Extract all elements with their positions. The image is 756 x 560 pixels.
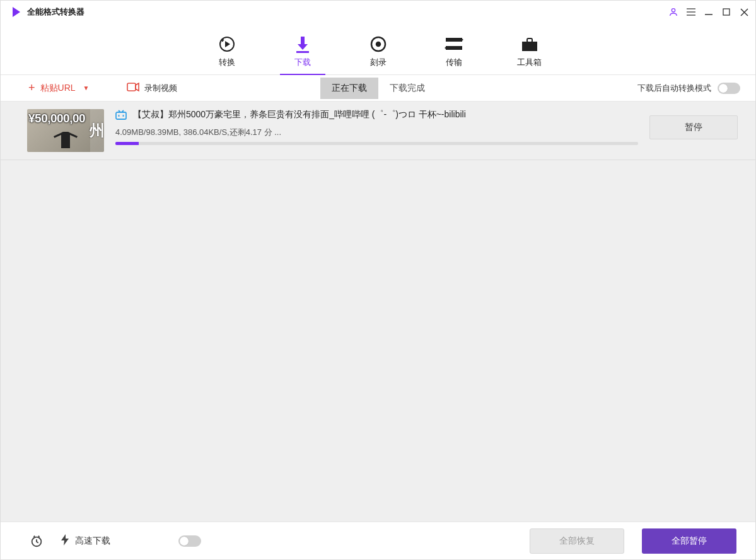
svg-rect-18 xyxy=(446,46,462,50)
fast-download-toggle[interactable] xyxy=(178,535,201,547)
pause-button[interactable]: 暂停 xyxy=(649,115,738,139)
svg-rect-21 xyxy=(527,38,532,42)
sub-toolbar: + 粘贴URL ▼ 录制视频 正在下载 下载完成 下载后自动转换模式 xyxy=(1,75,755,102)
convert-icon xyxy=(218,35,236,53)
video-thumbnail: 州 xyxy=(27,109,104,152)
fast-download-label: 高速下载 xyxy=(75,535,110,547)
svg-marker-0 xyxy=(13,7,20,17)
paste-url-label: 粘贴URL xyxy=(40,83,76,94)
plus-icon: + xyxy=(28,81,35,95)
close-icon[interactable] xyxy=(739,7,749,17)
download-icon xyxy=(294,35,311,53)
download-info: 【艾叔】郑州5000万豪宅里，养条巨贵有没有排面_哔哩哔哩 (゜-゜)つロ 干杯… xyxy=(115,109,638,145)
auto-convert-switch: 下载后自动转换模式 xyxy=(637,83,740,94)
svg-rect-16 xyxy=(446,38,462,42)
progress-bar xyxy=(115,142,638,145)
chevron-down-icon: ▼ xyxy=(83,85,90,91)
svg-rect-6 xyxy=(723,9,730,15)
svg-rect-13 xyxy=(296,51,309,53)
pause-all-button[interactable]: 全部暂停 xyxy=(642,528,736,554)
auto-convert-toggle[interactable] xyxy=(718,83,740,94)
nav-label: 传输 xyxy=(446,57,462,68)
nav-label: 工具箱 xyxy=(517,57,542,68)
app-title: 全能格式转换器 xyxy=(27,6,84,18)
paste-url-button[interactable]: + 粘贴URL ▼ xyxy=(28,81,89,95)
user-icon[interactable] xyxy=(668,7,678,17)
svg-rect-22 xyxy=(127,83,136,91)
bottom-bar: 高速下载 全部恢复 全部暂停 xyxy=(1,522,755,559)
nav-toolbox[interactable]: 工具箱 xyxy=(511,35,549,74)
app-logo-icon xyxy=(12,7,21,17)
svg-rect-20 xyxy=(523,42,537,50)
camera-icon xyxy=(127,83,139,93)
toolbox-icon xyxy=(521,35,538,53)
menu-icon[interactable] xyxy=(686,7,696,17)
download-list: 州 【艾叔】郑州5000万豪宅里，养条巨贵有没有排面_哔哩哔哩 (゜-゜)つロ … xyxy=(1,102,755,522)
lightning-icon xyxy=(61,534,69,547)
nav-label: 转换 xyxy=(219,57,235,68)
download-tabs: 正在下载 下载完成 xyxy=(320,78,436,99)
svg-point-15 xyxy=(376,42,380,46)
nav-burn[interactable]: 刻录 xyxy=(359,35,397,74)
nav-convert[interactable]: 转换 xyxy=(208,35,246,74)
main-nav: 转换 下载 刻录 传输 工具箱 xyxy=(1,23,755,75)
tab-completed[interactable]: 下载完成 xyxy=(378,78,436,99)
titlebar: 全能格式转换器 xyxy=(1,1,755,23)
fast-download: 高速下载 xyxy=(61,534,110,547)
svg-marker-30 xyxy=(61,534,69,545)
nav-label: 刻录 xyxy=(370,57,387,68)
burn-icon xyxy=(369,35,387,53)
nav-transfer[interactable]: 传输 xyxy=(435,35,473,74)
transfer-icon xyxy=(445,35,463,53)
window-controls xyxy=(668,7,749,17)
bilibili-icon xyxy=(115,110,127,120)
schedule-icon[interactable] xyxy=(30,534,44,548)
nav-label: 下载 xyxy=(294,57,311,68)
tab-downloading[interactable]: 正在下载 xyxy=(320,78,378,99)
svg-rect-24 xyxy=(116,112,126,119)
auto-convert-label: 下载后自动转换模式 xyxy=(637,83,711,94)
minimize-icon[interactable] xyxy=(704,7,714,17)
svg-marker-10 xyxy=(225,41,230,47)
download-title: 【艾叔】郑州5000万豪宅里，养条巨贵有没有排面_哔哩哔哩 (゜-゜)つロ 干杯… xyxy=(133,109,466,120)
svg-rect-11 xyxy=(301,37,305,44)
svg-marker-23 xyxy=(136,83,139,91)
nav-download[interactable]: 下载 xyxy=(284,35,322,74)
maximize-icon[interactable] xyxy=(721,7,731,17)
svg-marker-12 xyxy=(298,44,308,50)
download-stats: 4.09MB/98.39MB, 386.04KB/S,还剩4.17 分 ... xyxy=(115,127,638,138)
svg-point-1 xyxy=(672,9,675,12)
resume-all-button[interactable]: 全部恢复 xyxy=(530,528,624,554)
record-video-label: 录制视频 xyxy=(144,83,177,94)
progress-fill xyxy=(115,142,139,145)
record-video-button[interactable]: 录制视频 xyxy=(127,83,177,94)
download-row: 州 【艾叔】郑州5000万豪宅里，养条巨贵有没有排面_哔哩哔哩 (゜-゜)つロ … xyxy=(1,102,755,160)
